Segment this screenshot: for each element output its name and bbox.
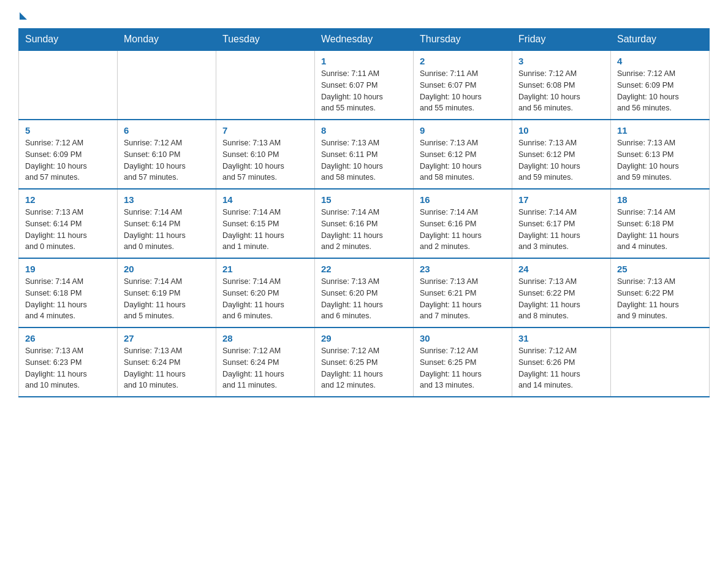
day-info: Sunrise: 7:13 AM Sunset: 6:22 PM Dayligh… [518, 276, 604, 322]
day-info: Sunrise: 7:13 AM Sunset: 6:20 PM Dayligh… [321, 276, 407, 322]
day-info: Sunrise: 7:14 AM Sunset: 6:14 PM Dayligh… [124, 207, 210, 253]
day-info: Sunrise: 7:13 AM Sunset: 6:12 PM Dayligh… [518, 137, 604, 183]
week-row-4: 19Sunrise: 7:14 AM Sunset: 6:18 PM Dayli… [19, 258, 710, 327]
calendar-cell: 13Sunrise: 7:14 AM Sunset: 6:14 PM Dayli… [118, 189, 216, 258]
calendar-cell: 15Sunrise: 7:14 AM Sunset: 6:16 PM Dayli… [315, 189, 414, 258]
day-info: Sunrise: 7:14 AM Sunset: 6:18 PM Dayligh… [25, 276, 111, 322]
weekday-header-sunday: Sunday [19, 29, 118, 51]
calendar-cell: 25Sunrise: 7:13 AM Sunset: 6:22 PM Dayli… [611, 258, 710, 327]
day-info: Sunrise: 7:12 AM Sunset: 6:26 PM Dayligh… [518, 345, 604, 391]
calendar-table: SundayMondayTuesdayWednesdayThursdayFrid… [18, 28, 710, 397]
day-info: Sunrise: 7:14 AM Sunset: 6:16 PM Dayligh… [420, 207, 506, 253]
calendar-cell: 24Sunrise: 7:13 AM Sunset: 6:22 PM Dayli… [512, 258, 611, 327]
day-info: Sunrise: 7:13 AM Sunset: 6:11 PM Dayligh… [321, 137, 407, 183]
weekday-header-friday: Friday [512, 29, 611, 51]
calendar-cell: 17Sunrise: 7:14 AM Sunset: 6:17 PM Dayli… [512, 189, 611, 258]
calendar-cell: 20Sunrise: 7:14 AM Sunset: 6:19 PM Dayli… [118, 258, 216, 327]
day-info: Sunrise: 7:11 AM Sunset: 6:07 PM Dayligh… [321, 68, 407, 114]
weekday-header-wednesday: Wednesday [315, 29, 414, 51]
calendar-cell: 12Sunrise: 7:13 AM Sunset: 6:14 PM Dayli… [19, 189, 118, 258]
day-info: Sunrise: 7:14 AM Sunset: 6:16 PM Dayligh… [321, 207, 407, 253]
day-number: 22 [321, 264, 407, 274]
weekday-header-thursday: Thursday [414, 29, 512, 51]
calendar-cell: 3Sunrise: 7:12 AM Sunset: 6:08 PM Daylig… [512, 50, 611, 120]
day-info: Sunrise: 7:12 AM Sunset: 6:10 PM Dayligh… [124, 137, 210, 183]
day-info: Sunrise: 7:14 AM Sunset: 6:18 PM Dayligh… [617, 207, 703, 253]
calendar-cell: 18Sunrise: 7:14 AM Sunset: 6:18 PM Dayli… [611, 189, 710, 258]
day-number: 17 [518, 194, 604, 205]
day-info: Sunrise: 7:12 AM Sunset: 6:25 PM Dayligh… [420, 345, 506, 391]
calendar-cell: 23Sunrise: 7:13 AM Sunset: 6:21 PM Dayli… [414, 258, 512, 327]
day-info: Sunrise: 7:11 AM Sunset: 6:07 PM Dayligh… [420, 68, 506, 114]
day-info: Sunrise: 7:13 AM Sunset: 6:14 PM Dayligh… [25, 207, 111, 253]
day-number: 24 [518, 264, 604, 274]
day-info: Sunrise: 7:14 AM Sunset: 6:17 PM Dayligh… [518, 207, 604, 253]
day-number: 2 [420, 56, 506, 66]
day-info: Sunrise: 7:13 AM Sunset: 6:10 PM Dayligh… [222, 137, 308, 183]
calendar-cell: 6Sunrise: 7:12 AM Sunset: 6:10 PM Daylig… [118, 120, 216, 189]
day-number: 12 [25, 194, 111, 205]
calendar-cell: 26Sunrise: 7:13 AM Sunset: 6:23 PM Dayli… [19, 327, 118, 397]
calendar-cell: 21Sunrise: 7:14 AM Sunset: 6:20 PM Dayli… [216, 258, 315, 327]
day-number: 4 [617, 56, 703, 66]
calendar-cell [19, 50, 118, 120]
calendar-body: 1Sunrise: 7:11 AM Sunset: 6:07 PM Daylig… [19, 50, 710, 397]
calendar-cell: 22Sunrise: 7:13 AM Sunset: 6:20 PM Dayli… [315, 258, 414, 327]
day-info: Sunrise: 7:12 AM Sunset: 6:25 PM Dayligh… [321, 345, 407, 391]
weekday-header-monday: Monday [118, 29, 216, 51]
logo [18, 12, 27, 16]
calendar-cell: 11Sunrise: 7:13 AM Sunset: 6:13 PM Dayli… [611, 120, 710, 189]
day-number: 1 [321, 56, 407, 66]
logo-arrow-icon [20, 12, 27, 20]
day-info: Sunrise: 7:13 AM Sunset: 6:12 PM Dayligh… [420, 137, 506, 183]
day-info: Sunrise: 7:13 AM Sunset: 6:23 PM Dayligh… [25, 345, 111, 391]
calendar-cell [118, 50, 216, 120]
calendar-cell: 16Sunrise: 7:14 AM Sunset: 6:16 PM Dayli… [414, 189, 512, 258]
day-number: 18 [617, 194, 703, 205]
calendar-cell [611, 327, 710, 397]
day-number: 5 [25, 125, 111, 136]
calendar-cell: 4Sunrise: 7:12 AM Sunset: 6:09 PM Daylig… [611, 50, 710, 120]
day-number: 26 [25, 333, 111, 343]
day-number: 27 [124, 333, 210, 343]
calendar-header: SundayMondayTuesdayWednesdayThursdayFrid… [19, 29, 710, 51]
calendar-cell: 9Sunrise: 7:13 AM Sunset: 6:12 PM Daylig… [414, 120, 512, 189]
day-info: Sunrise: 7:12 AM Sunset: 6:09 PM Dayligh… [617, 68, 703, 114]
weekday-header-row: SundayMondayTuesdayWednesdayThursdayFrid… [19, 29, 710, 51]
weekday-header-tuesday: Tuesday [216, 29, 315, 51]
day-number: 13 [124, 194, 210, 205]
week-row-3: 12Sunrise: 7:13 AM Sunset: 6:14 PM Dayli… [19, 189, 710, 258]
day-number: 6 [124, 125, 210, 136]
calendar-cell: 19Sunrise: 7:14 AM Sunset: 6:18 PM Dayli… [19, 258, 118, 327]
day-number: 14 [222, 194, 308, 205]
calendar-cell: 28Sunrise: 7:12 AM Sunset: 6:24 PM Dayli… [216, 327, 315, 397]
day-info: Sunrise: 7:14 AM Sunset: 6:20 PM Dayligh… [222, 276, 308, 322]
week-row-1: 1Sunrise: 7:11 AM Sunset: 6:07 PM Daylig… [19, 50, 710, 120]
day-number: 25 [617, 264, 703, 274]
day-number: 7 [222, 125, 308, 136]
calendar-cell [216, 50, 315, 120]
day-number: 30 [420, 333, 506, 343]
calendar-cell: 1Sunrise: 7:11 AM Sunset: 6:07 PM Daylig… [315, 50, 414, 120]
day-number: 15 [321, 194, 407, 205]
day-number: 31 [518, 333, 604, 343]
week-row-5: 26Sunrise: 7:13 AM Sunset: 6:23 PM Dayli… [19, 327, 710, 397]
calendar-cell: 31Sunrise: 7:12 AM Sunset: 6:26 PM Dayli… [512, 327, 611, 397]
day-number: 19 [25, 264, 111, 274]
day-number: 20 [124, 264, 210, 274]
calendar-cell: 8Sunrise: 7:13 AM Sunset: 6:11 PM Daylig… [315, 120, 414, 189]
day-info: Sunrise: 7:13 AM Sunset: 6:22 PM Dayligh… [617, 276, 703, 322]
day-number: 16 [420, 194, 506, 205]
calendar-cell: 14Sunrise: 7:14 AM Sunset: 6:15 PM Dayli… [216, 189, 315, 258]
day-info: Sunrise: 7:12 AM Sunset: 6:08 PM Dayligh… [518, 68, 604, 114]
day-number: 10 [518, 125, 604, 136]
day-info: Sunrise: 7:12 AM Sunset: 6:09 PM Dayligh… [25, 137, 111, 183]
calendar-cell: 2Sunrise: 7:11 AM Sunset: 6:07 PM Daylig… [414, 50, 512, 120]
day-number: 29 [321, 333, 407, 343]
day-number: 21 [222, 264, 308, 274]
calendar-cell: 5Sunrise: 7:12 AM Sunset: 6:09 PM Daylig… [19, 120, 118, 189]
calendar-cell: 27Sunrise: 7:13 AM Sunset: 6:24 PM Dayli… [118, 327, 216, 397]
calendar-cell: 10Sunrise: 7:13 AM Sunset: 6:12 PM Dayli… [512, 120, 611, 189]
day-info: Sunrise: 7:14 AM Sunset: 6:19 PM Dayligh… [124, 276, 210, 322]
weekday-header-saturday: Saturday [611, 29, 710, 51]
